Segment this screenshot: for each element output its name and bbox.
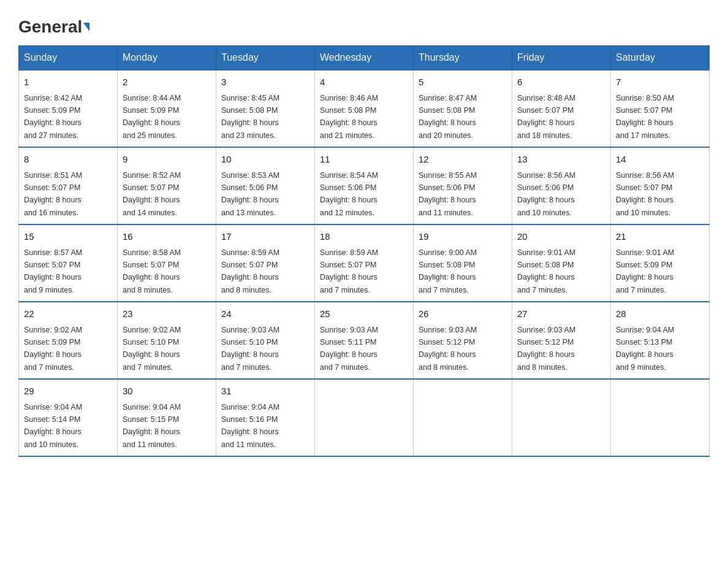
calendar-cell: 28 Sunrise: 9:04 AMSunset: 5:13 PMDaylig…	[611, 302, 710, 379]
calendar-cell: 11 Sunrise: 8:54 AMSunset: 5:06 PMDaylig…	[315, 147, 414, 224]
calendar-cell	[512, 379, 611, 456]
week-row-5: 29 Sunrise: 9:04 AMSunset: 5:14 PMDaylig…	[19, 379, 710, 456]
day-info: Sunrise: 8:48 AMSunset: 5:07 PMDaylight:…	[517, 94, 575, 140]
calendar-cell: 23 Sunrise: 9:02 AMSunset: 5:10 PMDaylig…	[118, 302, 216, 379]
day-info: Sunrise: 9:03 AMSunset: 5:10 PMDaylight:…	[221, 326, 279, 372]
page-header: General	[12, 12, 716, 33]
day-info: Sunrise: 8:46 AMSunset: 5:08 PMDaylight:…	[320, 94, 378, 140]
day-info: Sunrise: 9:02 AMSunset: 5:09 PMDaylight:…	[24, 326, 82, 372]
day-info: Sunrise: 9:03 AMSunset: 5:11 PMDaylight:…	[320, 326, 378, 372]
calendar-cell: 31 Sunrise: 9:04 AMSunset: 5:16 PMDaylig…	[216, 379, 315, 456]
calendar-cell: 30 Sunrise: 9:04 AMSunset: 5:15 PMDaylig…	[118, 379, 216, 456]
day-info: Sunrise: 8:42 AMSunset: 5:09 PMDaylight:…	[24, 94, 82, 140]
weekday-header-sunday: Sunday	[19, 46, 118, 71]
day-number: 21	[616, 230, 704, 244]
calendar-cell: 20 Sunrise: 9:01 AMSunset: 5:08 PMDaylig…	[512, 224, 611, 302]
day-info: Sunrise: 8:53 AMSunset: 5:06 PMDaylight:…	[221, 171, 279, 217]
calendar-cell: 7 Sunrise: 8:50 AMSunset: 5:07 PMDayligh…	[611, 70, 710, 147]
day-number: 24	[221, 307, 309, 321]
calendar-cell: 22 Sunrise: 9:02 AMSunset: 5:09 PMDaylig…	[19, 302, 118, 379]
day-info: Sunrise: 8:52 AMSunset: 5:07 PMDaylight:…	[123, 171, 181, 217]
calendar-cell: 26 Sunrise: 9:03 AMSunset: 5:12 PMDaylig…	[414, 302, 512, 379]
day-info: Sunrise: 8:47 AMSunset: 5:08 PMDaylight:…	[419, 94, 477, 140]
day-info: Sunrise: 8:45 AMSunset: 5:08 PMDaylight:…	[221, 94, 279, 140]
day-info: Sunrise: 8:56 AMSunset: 5:07 PMDaylight:…	[616, 171, 674, 217]
week-row-4: 22 Sunrise: 9:02 AMSunset: 5:09 PMDaylig…	[19, 302, 710, 379]
day-info: Sunrise: 8:56 AMSunset: 5:06 PMDaylight:…	[517, 171, 575, 217]
day-number: 6	[517, 75, 605, 90]
day-number: 12	[419, 153, 507, 167]
weekday-header-tuesday: Tuesday	[216, 46, 315, 71]
day-info: Sunrise: 9:04 AMSunset: 5:15 PMDaylight:…	[123, 403, 181, 449]
calendar-cell	[414, 379, 512, 456]
day-number: 3	[221, 75, 309, 90]
calendar-cell: 24 Sunrise: 9:03 AMSunset: 5:10 PMDaylig…	[216, 302, 315, 379]
day-number: 1	[24, 75, 112, 90]
day-number: 7	[616, 75, 704, 90]
day-info: Sunrise: 8:59 AMSunset: 5:07 PMDaylight:…	[221, 248, 279, 294]
day-info: Sunrise: 9:04 AMSunset: 5:16 PMDaylight:…	[221, 403, 279, 449]
week-row-3: 15 Sunrise: 8:57 AMSunset: 5:07 PMDaylig…	[19, 224, 710, 302]
calendar-cell: 8 Sunrise: 8:51 AMSunset: 5:07 PMDayligh…	[19, 147, 118, 224]
day-info: Sunrise: 8:44 AMSunset: 5:09 PMDaylight:…	[123, 94, 181, 140]
day-number: 23	[123, 307, 211, 321]
day-info: Sunrise: 9:01 AMSunset: 5:09 PMDaylight:…	[616, 248, 674, 294]
week-row-2: 8 Sunrise: 8:51 AMSunset: 5:07 PMDayligh…	[19, 147, 710, 224]
day-info: Sunrise: 9:00 AMSunset: 5:08 PMDaylight:…	[419, 248, 477, 294]
calendar-cell: 1 Sunrise: 8:42 AMSunset: 5:09 PMDayligh…	[19, 70, 118, 147]
calendar-cell: 19 Sunrise: 9:00 AMSunset: 5:08 PMDaylig…	[414, 224, 512, 302]
day-number: 16	[123, 230, 211, 244]
day-number: 5	[419, 75, 507, 90]
day-number: 11	[320, 153, 408, 167]
calendar-cell: 4 Sunrise: 8:46 AMSunset: 5:08 PMDayligh…	[315, 70, 414, 147]
weekday-header-monday: Monday	[118, 46, 216, 71]
calendar-cell: 14 Sunrise: 8:56 AMSunset: 5:07 PMDaylig…	[611, 147, 710, 224]
weekday-header-row: SundayMondayTuesdayWednesdayThursdayFrid…	[19, 46, 710, 71]
day-number: 28	[616, 307, 704, 321]
calendar-cell: 18 Sunrise: 8:59 AMSunset: 5:07 PMDaylig…	[315, 224, 414, 302]
day-number: 18	[320, 230, 408, 244]
calendar-cell: 12 Sunrise: 8:55 AMSunset: 5:06 PMDaylig…	[414, 147, 512, 224]
calendar-cell: 5 Sunrise: 8:47 AMSunset: 5:08 PMDayligh…	[414, 70, 512, 147]
logo: General	[18, 18, 89, 33]
day-number: 25	[320, 307, 408, 321]
day-info: Sunrise: 9:04 AMSunset: 5:14 PMDaylight:…	[24, 403, 82, 449]
day-number: 9	[123, 153, 211, 167]
day-info: Sunrise: 9:03 AMSunset: 5:12 PMDaylight:…	[419, 326, 477, 372]
calendar-cell: 25 Sunrise: 9:03 AMSunset: 5:11 PMDaylig…	[315, 302, 414, 379]
day-info: Sunrise: 8:51 AMSunset: 5:07 PMDaylight:…	[24, 171, 82, 217]
calendar-cell: 29 Sunrise: 9:04 AMSunset: 5:14 PMDaylig…	[19, 379, 118, 456]
day-number: 4	[320, 75, 408, 90]
weekday-header-friday: Friday	[512, 46, 611, 71]
logo-general: General	[18, 18, 89, 36]
day-number: 20	[517, 230, 605, 244]
day-number: 2	[123, 75, 211, 90]
calendar-cell: 17 Sunrise: 8:59 AMSunset: 5:07 PMDaylig…	[216, 224, 315, 302]
day-info: Sunrise: 9:01 AMSunset: 5:08 PMDaylight:…	[517, 248, 575, 294]
day-number: 19	[419, 230, 507, 244]
week-row-1: 1 Sunrise: 8:42 AMSunset: 5:09 PMDayligh…	[19, 70, 710, 147]
calendar-cell: 27 Sunrise: 9:03 AMSunset: 5:12 PMDaylig…	[512, 302, 611, 379]
calendar-cell: 6 Sunrise: 8:48 AMSunset: 5:07 PMDayligh…	[512, 70, 611, 147]
calendar-table: SundayMondayTuesdayWednesdayThursdayFrid…	[18, 45, 710, 457]
day-info: Sunrise: 9:02 AMSunset: 5:10 PMDaylight:…	[123, 326, 181, 372]
calendar-cell: 2 Sunrise: 8:44 AMSunset: 5:09 PMDayligh…	[118, 70, 216, 147]
day-number: 15	[24, 230, 112, 244]
calendar-cell: 9 Sunrise: 8:52 AMSunset: 5:07 PMDayligh…	[118, 147, 216, 224]
day-info: Sunrise: 8:55 AMSunset: 5:06 PMDaylight:…	[419, 171, 477, 217]
day-number: 10	[221, 153, 309, 167]
calendar-cell	[315, 379, 414, 456]
day-info: Sunrise: 8:50 AMSunset: 5:07 PMDaylight:…	[616, 94, 674, 140]
calendar-cell: 21 Sunrise: 9:01 AMSunset: 5:09 PMDaylig…	[611, 224, 710, 302]
weekday-header-thursday: Thursday	[414, 46, 512, 71]
weekday-header-saturday: Saturday	[611, 46, 710, 71]
calendar-cell: 13 Sunrise: 8:56 AMSunset: 5:06 PMDaylig…	[512, 147, 611, 224]
day-info: Sunrise: 9:04 AMSunset: 5:13 PMDaylight:…	[616, 326, 674, 372]
day-number: 17	[221, 230, 309, 244]
logo-triangle-icon	[83, 23, 89, 31]
day-number: 14	[616, 153, 704, 167]
day-number: 8	[24, 153, 112, 167]
day-number: 30	[123, 385, 211, 399]
calendar-cell: 15 Sunrise: 8:57 AMSunset: 5:07 PMDaylig…	[19, 224, 118, 302]
day-number: 31	[221, 385, 309, 399]
